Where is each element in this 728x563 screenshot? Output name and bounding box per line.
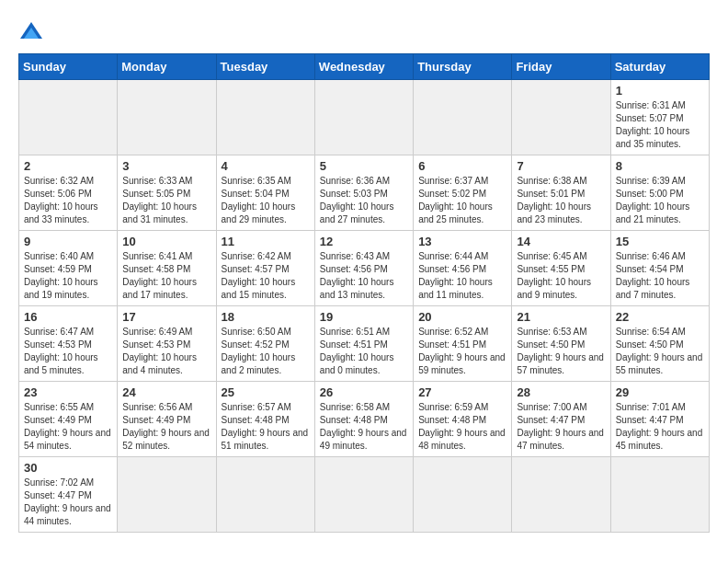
calendar-day-cell: 17Sunrise: 6:49 AM Sunset: 4:53 PM Dayli… bbox=[118, 306, 216, 382]
day-info: Sunrise: 6:41 AM Sunset: 4:58 PM Dayligh… bbox=[122, 250, 210, 302]
day-number: 7 bbox=[517, 159, 605, 173]
day-info: Sunrise: 7:01 AM Sunset: 4:47 PM Dayligh… bbox=[616, 401, 704, 453]
calendar-day-cell: 19Sunrise: 6:51 AM Sunset: 4:51 PM Dayli… bbox=[314, 306, 413, 382]
day-of-week-header: Sunday bbox=[19, 54, 118, 80]
calendar-day-cell: 21Sunrise: 6:53 AM Sunset: 4:50 PM Dayli… bbox=[512, 306, 610, 382]
calendar-day-cell bbox=[216, 80, 314, 155]
day-info: Sunrise: 7:00 AM Sunset: 4:47 PM Dayligh… bbox=[517, 401, 605, 453]
day-number: 28 bbox=[517, 385, 605, 399]
day-info: Sunrise: 6:54 AM Sunset: 4:50 PM Dayligh… bbox=[616, 326, 704, 377]
day-info: Sunrise: 6:35 AM Sunset: 5:04 PM Dayligh… bbox=[222, 175, 310, 226]
day-number: 29 bbox=[616, 385, 704, 399]
day-number: 5 bbox=[320, 159, 408, 173]
calendar-day-cell: 16Sunrise: 6:47 AM Sunset: 4:53 PM Dayli… bbox=[19, 306, 118, 382]
day-number: 20 bbox=[418, 310, 506, 324]
day-info: Sunrise: 6:45 AM Sunset: 4:55 PM Dayligh… bbox=[517, 250, 605, 302]
day-info: Sunrise: 6:47 AM Sunset: 4:53 PM Dayligh… bbox=[24, 326, 112, 377]
calendar-day-cell bbox=[216, 457, 314, 533]
day-number: 16 bbox=[24, 310, 112, 324]
day-info: Sunrise: 6:32 AM Sunset: 5:06 PM Dayligh… bbox=[24, 175, 112, 226]
day-info: Sunrise: 6:59 AM Sunset: 4:48 PM Dayligh… bbox=[418, 401, 506, 453]
calendar-header-row: SundayMondayTuesdayWednesdayThursdayFrid… bbox=[19, 54, 710, 80]
calendar-day-cell: 7Sunrise: 6:38 AM Sunset: 5:01 PM Daylig… bbox=[512, 155, 610, 231]
calendar-week-row: 9Sunrise: 6:40 AM Sunset: 4:59 PM Daylig… bbox=[19, 231, 710, 306]
calendar-day-cell bbox=[414, 80, 512, 155]
calendar-day-cell: 9Sunrise: 6:40 AM Sunset: 4:59 PM Daylig… bbox=[19, 231, 118, 306]
day-info: Sunrise: 6:39 AM Sunset: 5:00 PM Dayligh… bbox=[616, 175, 704, 226]
calendar-day-cell bbox=[414, 457, 512, 533]
calendar-day-cell: 14Sunrise: 6:45 AM Sunset: 4:55 PM Dayli… bbox=[512, 231, 610, 306]
day-info: Sunrise: 6:56 AM Sunset: 4:49 PM Dayligh… bbox=[122, 401, 210, 453]
calendar-day-cell: 11Sunrise: 6:42 AM Sunset: 4:57 PM Dayli… bbox=[216, 231, 314, 306]
day-info: Sunrise: 6:36 AM Sunset: 5:03 PM Dayligh… bbox=[320, 175, 408, 226]
calendar-day-cell: 8Sunrise: 6:39 AM Sunset: 5:00 PM Daylig… bbox=[610, 155, 709, 231]
calendar-day-cell: 2Sunrise: 6:32 AM Sunset: 5:06 PM Daylig… bbox=[19, 155, 118, 231]
calendar-day-cell: 29Sunrise: 7:01 AM Sunset: 4:47 PM Dayli… bbox=[610, 382, 709, 457]
calendar-week-row: 16Sunrise: 6:47 AM Sunset: 4:53 PM Dayli… bbox=[19, 306, 710, 382]
day-number: 24 bbox=[122, 385, 210, 399]
day-number: 18 bbox=[222, 310, 310, 324]
calendar-day-cell: 18Sunrise: 6:50 AM Sunset: 4:52 PM Dayli… bbox=[216, 306, 314, 382]
day-info: Sunrise: 6:58 AM Sunset: 4:48 PM Dayligh… bbox=[320, 401, 408, 453]
day-info: Sunrise: 6:37 AM Sunset: 5:02 PM Dayligh… bbox=[418, 175, 506, 226]
day-info: Sunrise: 6:57 AM Sunset: 4:48 PM Dayligh… bbox=[222, 401, 310, 453]
day-number: 30 bbox=[24, 461, 112, 475]
calendar-day-cell: 26Sunrise: 6:58 AM Sunset: 4:48 PM Dayli… bbox=[314, 382, 413, 457]
calendar-day-cell: 6Sunrise: 6:37 AM Sunset: 5:02 PM Daylig… bbox=[414, 155, 512, 231]
calendar-day-cell bbox=[610, 457, 709, 533]
day-info: Sunrise: 6:51 AM Sunset: 4:51 PM Dayligh… bbox=[320, 326, 408, 377]
day-info: Sunrise: 6:31 AM Sunset: 5:07 PM Dayligh… bbox=[616, 99, 704, 151]
calendar-day-cell: 3Sunrise: 6:33 AM Sunset: 5:05 PM Daylig… bbox=[118, 155, 216, 231]
calendar-day-cell: 27Sunrise: 6:59 AM Sunset: 4:48 PM Dayli… bbox=[414, 382, 512, 457]
day-number: 4 bbox=[222, 159, 310, 173]
calendar-day-cell: 10Sunrise: 6:41 AM Sunset: 4:58 PM Dayli… bbox=[118, 231, 216, 306]
day-number: 26 bbox=[320, 385, 408, 399]
calendar-day-cell: 28Sunrise: 7:00 AM Sunset: 4:47 PM Dayli… bbox=[512, 382, 610, 457]
calendar-day-cell bbox=[512, 457, 610, 533]
calendar-day-cell bbox=[314, 457, 413, 533]
day-number: 17 bbox=[122, 310, 210, 324]
logo bbox=[18, 18, 48, 44]
calendar-week-row: 2Sunrise: 6:32 AM Sunset: 5:06 PM Daylig… bbox=[19, 155, 710, 231]
day-info: Sunrise: 6:42 AM Sunset: 4:57 PM Dayligh… bbox=[222, 250, 310, 302]
day-of-week-header: Tuesday bbox=[216, 54, 314, 80]
calendar-day-cell: 24Sunrise: 6:56 AM Sunset: 4:49 PM Dayli… bbox=[118, 382, 216, 457]
calendar-day-cell bbox=[118, 457, 216, 533]
day-number: 25 bbox=[222, 385, 310, 399]
calendar-day-cell bbox=[118, 80, 216, 155]
calendar-day-cell: 25Sunrise: 6:57 AM Sunset: 4:48 PM Dayli… bbox=[216, 382, 314, 457]
day-number: 13 bbox=[418, 235, 506, 248]
day-number: 1 bbox=[616, 84, 704, 98]
day-number: 23 bbox=[24, 385, 112, 399]
day-info: Sunrise: 6:53 AM Sunset: 4:50 PM Dayligh… bbox=[517, 326, 605, 377]
day-number: 14 bbox=[517, 235, 605, 248]
calendar-day-cell: 12Sunrise: 6:43 AM Sunset: 4:56 PM Dayli… bbox=[314, 231, 413, 306]
calendar-week-row: 1Sunrise: 6:31 AM Sunset: 5:07 PM Daylig… bbox=[19, 80, 710, 155]
day-of-week-header: Wednesday bbox=[314, 54, 413, 80]
day-number: 10 bbox=[122, 235, 210, 248]
calendar-day-cell: 4Sunrise: 6:35 AM Sunset: 5:04 PM Daylig… bbox=[216, 155, 314, 231]
calendar-day-cell: 13Sunrise: 6:44 AM Sunset: 4:56 PM Dayli… bbox=[414, 231, 512, 306]
calendar-day-cell: 30Sunrise: 7:02 AM Sunset: 4:47 PM Dayli… bbox=[19, 457, 118, 533]
page-header bbox=[18, 18, 710, 44]
day-number: 6 bbox=[418, 159, 506, 173]
day-info: Sunrise: 6:46 AM Sunset: 4:54 PM Dayligh… bbox=[616, 250, 704, 302]
logo-icon bbox=[18, 18, 44, 44]
day-of-week-header: Saturday bbox=[610, 54, 709, 80]
calendar-day-cell bbox=[314, 80, 413, 155]
day-info: Sunrise: 6:33 AM Sunset: 5:05 PM Dayligh… bbox=[122, 175, 210, 226]
day-number: 22 bbox=[616, 310, 704, 324]
day-info: Sunrise: 6:43 AM Sunset: 4:56 PM Dayligh… bbox=[320, 250, 408, 302]
calendar-day-cell: 1Sunrise: 6:31 AM Sunset: 5:07 PM Daylig… bbox=[610, 80, 709, 155]
day-info: Sunrise: 6:50 AM Sunset: 4:52 PM Dayligh… bbox=[222, 326, 310, 377]
day-info: Sunrise: 6:38 AM Sunset: 5:01 PM Dayligh… bbox=[517, 175, 605, 226]
day-info: Sunrise: 6:49 AM Sunset: 4:53 PM Dayligh… bbox=[122, 326, 210, 377]
calendar-day-cell: 22Sunrise: 6:54 AM Sunset: 4:50 PM Dayli… bbox=[610, 306, 709, 382]
day-info: Sunrise: 6:40 AM Sunset: 4:59 PM Dayligh… bbox=[24, 250, 112, 302]
day-info: Sunrise: 7:02 AM Sunset: 4:47 PM Dayligh… bbox=[24, 477, 112, 528]
day-of-week-header: Friday bbox=[512, 54, 610, 80]
day-number: 15 bbox=[616, 235, 704, 248]
day-number: 27 bbox=[418, 385, 506, 399]
day-number: 2 bbox=[24, 159, 112, 173]
day-number: 3 bbox=[122, 159, 210, 173]
